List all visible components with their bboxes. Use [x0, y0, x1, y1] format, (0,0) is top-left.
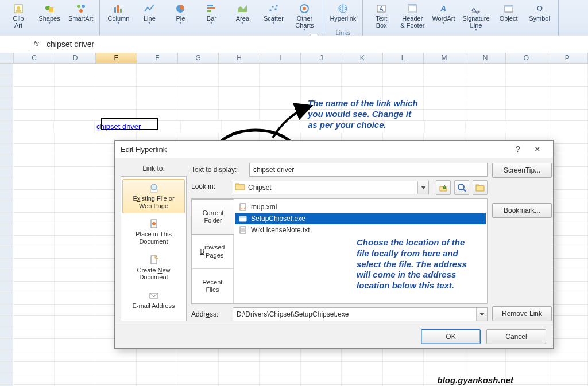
address-input[interactable]: D:\Drivers\Chipset\SetupChipset.exe [233, 307, 488, 321]
cell[interactable] [424, 98, 465, 109]
current-folder-tab[interactable]: Current Folder [192, 199, 234, 235]
cell[interactable] [342, 64, 382, 75]
cell[interactable] [219, 110, 260, 120]
cell[interactable] [177, 87, 218, 98]
cell[interactable] [301, 87, 342, 98]
cell[interactable] [383, 75, 424, 86]
recent-files-tab[interactable]: Recent Files [192, 269, 233, 303]
cell[interactable] [95, 362, 136, 373]
cell[interactable] [55, 213, 95, 224]
row-header[interactable] [0, 339, 13, 350]
hyperlink-cell[interactable]: chipset driver [95, 121, 140, 132]
cell[interactable] [137, 64, 177, 75]
cell[interactable] [547, 121, 588, 132]
hyperlink-button[interactable]: Hyperlink [327, 1, 359, 28]
cell[interactable] [506, 362, 547, 373]
row-header[interactable] [0, 305, 13, 315]
cell[interactable] [465, 110, 506, 120]
linkto-create-new-doc[interactable]: Create New Document [122, 251, 185, 285]
cell[interactable] [95, 75, 136, 86]
scatter-chart-button[interactable]: Scatter▾ [258, 1, 288, 26]
cell[interactable] [55, 224, 95, 235]
cell[interactable] [260, 350, 300, 361]
browse-web-button[interactable] [454, 180, 469, 195]
column-header-E[interactable]: E [96, 53, 137, 63]
cell[interactable] [13, 167, 54, 178]
cell[interactable] [13, 110, 54, 120]
cell[interactable] [383, 373, 424, 384]
cell[interactable] [95, 350, 136, 361]
cell[interactable] [55, 144, 95, 155]
cell[interactable] [385, 121, 425, 132]
cell[interactable] [260, 98, 300, 109]
cell[interactable] [55, 327, 95, 338]
cell[interactable] [506, 110, 547, 120]
cell[interactable] [137, 98, 177, 109]
cell[interactable] [95, 98, 136, 109]
cell[interactable] [465, 87, 506, 98]
cell[interactable] [466, 121, 506, 132]
cell[interactable] [177, 64, 218, 75]
cell[interactable] [55, 110, 95, 120]
cell[interactable] [177, 350, 218, 361]
cell[interactable] [506, 98, 547, 109]
cell[interactable] [55, 247, 95, 258]
row-header[interactable] [0, 190, 13, 201]
column-header-K[interactable]: K [342, 53, 383, 63]
cell[interactable] [219, 350, 260, 361]
linkto-existing-file[interactable]: Existing File or Web Page [122, 179, 185, 213]
cell[interactable] [219, 373, 260, 384]
wordart-button[interactable]: AWordArt▾ [428, 1, 458, 26]
cell[interactable] [55, 270, 95, 281]
column-header-C[interactable]: C [14, 53, 55, 63]
cell[interactable] [383, 98, 424, 109]
cell[interactable] [13, 373, 54, 384]
formula-input[interactable]: chipset driver [43, 36, 588, 53]
cell[interactable] [506, 121, 547, 132]
linkto-place-in-doc[interactable]: Place in This Document [122, 215, 185, 249]
cell[interactable] [383, 110, 424, 120]
cell[interactable] [424, 75, 465, 86]
cell[interactable] [54, 121, 95, 132]
cell[interactable] [55, 98, 95, 109]
cell[interactable] [219, 75, 260, 86]
cell[interactable] [260, 64, 300, 75]
cell[interactable] [55, 190, 95, 201]
cell[interactable] [137, 362, 177, 373]
cell[interactable] [13, 305, 54, 315]
cell[interactable] [547, 64, 588, 75]
row-header[interactable] [0, 327, 13, 338]
cell[interactable] [13, 213, 54, 224]
bookmark-button[interactable]: Bookmark... [492, 203, 552, 218]
cell[interactable] [95, 87, 136, 98]
cell[interactable] [342, 350, 382, 361]
cell[interactable] [260, 362, 300, 373]
cell[interactable] [55, 350, 95, 361]
column-header-P[interactable]: P [547, 53, 588, 63]
row-header[interactable] [0, 236, 13, 247]
cell[interactable] [55, 293, 95, 304]
row-header[interactable] [0, 64, 13, 75]
cell[interactable] [342, 75, 382, 86]
row-header[interactable] [0, 270, 13, 281]
cell[interactable] [506, 87, 547, 98]
cell[interactable] [13, 350, 54, 361]
object-button[interactable]: Object [494, 1, 524, 28]
cell[interactable] [260, 110, 300, 120]
row-header[interactable] [0, 213, 13, 224]
cell[interactable] [301, 362, 342, 373]
cell[interactable] [465, 64, 506, 75]
cell[interactable] [55, 167, 95, 178]
cell[interactable] [177, 75, 218, 86]
cell[interactable] [13, 259, 54, 270]
cell[interactable] [181, 121, 222, 132]
cell[interactable] [301, 373, 342, 384]
cell[interactable] [465, 75, 506, 86]
cell[interactable] [301, 350, 342, 361]
cell[interactable] [55, 155, 95, 166]
row-header[interactable] [0, 144, 13, 155]
column-header-J[interactable]: J [301, 53, 342, 63]
cell[interactable] [13, 178, 54, 189]
cell[interactable] [303, 121, 344, 132]
row-header[interactable] [0, 132, 13, 143]
